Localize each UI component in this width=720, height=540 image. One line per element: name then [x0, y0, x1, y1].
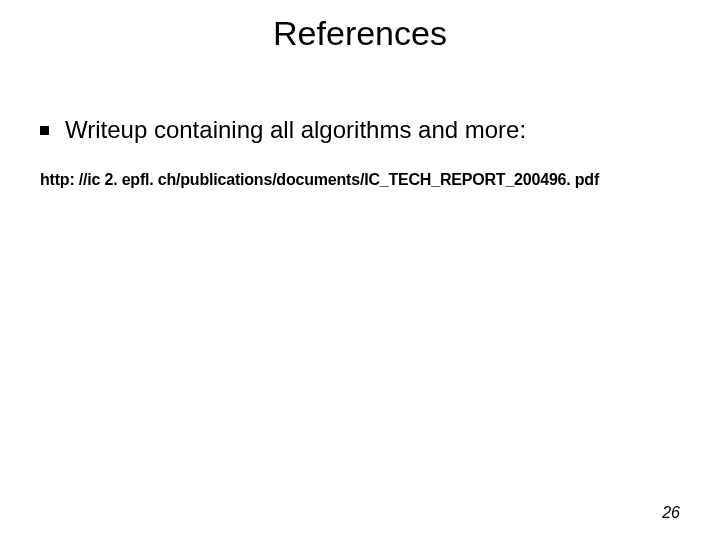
reference-url: http: //ic 2. epfl. ch/publications/docu… — [40, 171, 680, 189]
bullet-text-1: Writeup containing all algorithms and mo… — [65, 116, 526, 145]
slide-content: Writeup containing all algorithms and mo… — [40, 116, 680, 189]
page-number: 26 — [662, 504, 680, 522]
bullet-item-1: Writeup containing all algorithms and mo… — [40, 116, 680, 145]
slide: References Writeup containing all algori… — [0, 0, 720, 540]
slide-title: References — [0, 14, 720, 53]
square-bullet-icon — [40, 126, 49, 135]
